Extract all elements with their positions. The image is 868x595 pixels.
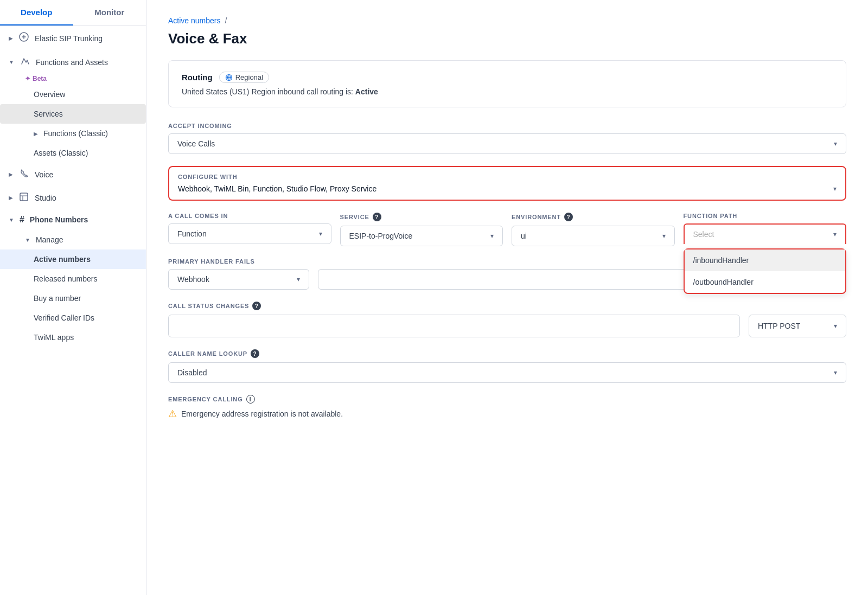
call-status-help-icon: ?	[252, 302, 261, 310]
functions-assets-icon	[20, 56, 30, 68]
accept-incoming-value: Voice Calls	[177, 139, 215, 148]
breadcrumb-link[interactable]: Active numbers	[168, 16, 220, 25]
call-comes-in-label: A CALL COMES IN	[168, 213, 331, 219]
caller-name-section: CALLER NAME LOOKUP ? Disabled ▾	[168, 349, 846, 383]
call-config-row: A CALL COMES IN Function ▾ SERVICE ? ESI…	[168, 213, 846, 246]
accept-incoming-label: ACCEPT INCOMING	[168, 123, 846, 129]
sidebar-item-label: Manage	[36, 235, 63, 244]
warning-icon: ⚠	[168, 408, 177, 420]
sidebar-item-assets-classic[interactable]: Assets (Classic)	[0, 143, 146, 163]
service-value: ESIP-to-ProgVoice	[349, 232, 413, 240]
chevron-down-icon: ▾	[834, 369, 837, 376]
chevron-icon: ▼	[9, 217, 14, 223]
sidebar-item-verified-caller-ids[interactable]: Verified Caller IDs	[0, 308, 146, 328]
chevron-icon: ▼	[25, 237, 30, 243]
http-method-select[interactable]: HTTP POST ▾	[749, 315, 846, 337]
studio-icon	[18, 191, 29, 204]
service-help-icon: ?	[373, 213, 381, 221]
sidebar-item-label: Functions and Assets	[36, 58, 108, 67]
sidebar-item-label: Released numbers	[34, 274, 98, 283]
emergency-section: EMERGENCY CALLING i ⚠ Emergency address …	[168, 395, 846, 420]
chevron-icon: ▶	[34, 131, 38, 137]
sidebar-item-label: Assets (Classic)	[34, 149, 88, 157]
function-path-label: FUNCTION PATH	[684, 213, 847, 219]
function-path-option-inbound[interactable]: /inboundHandler	[685, 249, 846, 271]
function-path-select[interactable]: Select ▾	[684, 223, 847, 244]
http-method-value: HTTP POST	[758, 322, 800, 330]
call-comes-in-select[interactable]: Function ▾	[168, 223, 331, 244]
caller-name-value: Disabled	[177, 368, 207, 377]
caller-name-select[interactable]: Disabled ▾	[168, 362, 846, 383]
svg-rect-1	[20, 193, 28, 201]
sidebar-item-label: Functions (Classic)	[43, 129, 108, 138]
function-path-option-outbound[interactable]: /outboundHandler	[685, 271, 846, 293]
regional-badge: Regional	[219, 72, 269, 83]
sidebar-item-active-numbers[interactable]: Active numbers	[0, 249, 146, 269]
emergency-label: EMERGENCY CALLING i	[168, 395, 846, 404]
sidebar-item-overview[interactable]: Overview	[0, 85, 146, 104]
sidebar-item-label: Phone Numbers	[30, 215, 88, 224]
service-select[interactable]: ESIP-to-ProgVoice ▾	[340, 226, 503, 246]
sidebar-item-manage[interactable]: ▼ Manage	[0, 230, 146, 249]
routing-label: Routing	[182, 73, 213, 82]
call-status-input[interactable]	[168, 315, 740, 337]
emergency-text: Emergency address registration is not av…	[181, 410, 343, 418]
accept-incoming-select[interactable]: Voice Calls ▾	[168, 133, 846, 154]
sidebar-item-elastic-sip[interactable]: ▶ Elastic SIP Trunking	[0, 26, 146, 50]
sidebar-item-studio[interactable]: ▶ Studio	[0, 186, 146, 209]
chevron-down-icon: ▾	[834, 322, 837, 330]
tab-monitor[interactable]: Monitor	[73, 0, 146, 25]
configure-with-select[interactable]: Webhook, TwiML Bin, Function, Studio Flo…	[178, 184, 837, 193]
service-section: SERVICE ? ESIP-to-ProgVoice ▾	[340, 213, 503, 246]
sidebar-item-services[interactable]: Services	[0, 104, 146, 124]
chevron-down-icon: ▾	[319, 230, 322, 238]
call-status-section: CALL STATUS CHANGES ? HTTP POST ▾	[168, 302, 846, 337]
sidebar-item-label: Voice	[35, 170, 53, 179]
chevron-icon: ▶	[9, 195, 13, 201]
chevron-icon: ▶	[9, 171, 13, 177]
beta-star-icon: ✦	[25, 75, 30, 82]
configure-with-label: CONFIGURE WITH	[178, 174, 837, 180]
sidebar-item-label: TwiML apps	[34, 333, 74, 342]
accept-incoming-section: ACCEPT INCOMING Voice Calls ▾	[168, 123, 846, 154]
service-label: SERVICE ?	[340, 213, 503, 221]
caller-name-label: CALLER NAME LOOKUP ?	[168, 349, 846, 358]
sidebar-item-label: Overview	[34, 90, 65, 99]
sidebar-item-label: Elastic SIP Trunking	[35, 34, 103, 43]
call-status-row: HTTP POST ▾	[168, 315, 846, 337]
configure-with-value: Webhook, TwiML Bin, Function, Studio Flo…	[178, 184, 376, 193]
environment-select[interactable]: ui ▾	[512, 226, 675, 246]
sidebar-item-functions-classic[interactable]: ▶ Functions (Classic)	[0, 124, 146, 143]
breadcrumb-separator: /	[225, 16, 227, 25]
chevron-icon: ▶	[9, 35, 13, 41]
chevron-down-icon: ▾	[834, 140, 837, 148]
chevron-down-icon: ▾	[297, 276, 300, 283]
sidebar-beta-badge: ✦ Beta	[0, 74, 146, 85]
sidebar-item-phone-numbers[interactable]: ▼ # Phone Numbers	[0, 209, 146, 230]
environment-help-icon: ?	[564, 213, 573, 221]
main-content: Active numbers / Voice & Fax Routing Reg…	[146, 0, 868, 595]
chevron-down-icon: ▾	[490, 232, 494, 240]
sidebar-item-twiml-apps[interactable]: TwiML apps	[0, 328, 146, 347]
sidebar-item-released-numbers[interactable]: Released numbers	[0, 269, 146, 289]
sidebar: Develop Monitor ▶ Elastic SIP Trunking ▼…	[0, 0, 146, 595]
tab-develop[interactable]: Develop	[0, 0, 73, 25]
environment-label: ENVIRONMENT ?	[512, 213, 675, 221]
emergency-message: ⚠ Emergency address registration is not …	[168, 408, 846, 420]
phone-numbers-icon: #	[20, 215, 24, 225]
function-path-section: FUNCTION PATH Select ▾ /inboundHandler /…	[684, 213, 847, 246]
chevron-down-icon: ▾	[662, 232, 666, 240]
sidebar-item-voice[interactable]: ▶ Voice	[0, 163, 146, 186]
sidebar-item-functions-assets[interactable]: ▼ Functions and Assets	[0, 50, 146, 74]
primary-handler-select[interactable]: Webhook ▾	[168, 269, 309, 290]
chevron-down-icon: ▾	[833, 231, 837, 238]
sidebar-item-buy-number[interactable]: Buy a number	[0, 289, 146, 308]
beta-label: Beta	[33, 75, 47, 82]
call-comes-in-section: A CALL COMES IN Function ▾	[168, 213, 331, 246]
environment-value: ui	[521, 232, 527, 240]
sidebar-item-label: Active numbers	[34, 255, 91, 264]
routing-text: United States (US1) Region inbound call …	[182, 87, 833, 96]
sidebar-item-label: Verified Caller IDs	[34, 314, 94, 322]
elastic-sip-icon	[18, 31, 29, 45]
configure-with-section: CONFIGURE WITH Webhook, TwiML Bin, Funct…	[168, 166, 846, 201]
